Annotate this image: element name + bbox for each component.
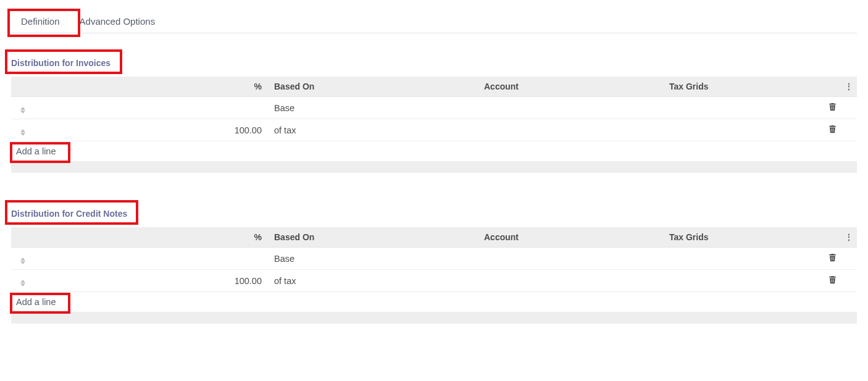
drag-handle-icon[interactable]: [16, 280, 30, 287]
table-row[interactable]: 100.00 of tax: [11, 119, 857, 141]
col-trash: [821, 77, 843, 97]
table-header: % Based On Account Tax Grids ⋮: [11, 227, 857, 248]
cell-tax-grids[interactable]: [664, 270, 821, 292]
table-row[interactable]: 100.00 of tax: [11, 270, 857, 292]
section-distribution-invoices: Distribution for Invoices % Based On Acc…: [11, 58, 857, 173]
cell-based-on[interactable]: Base: [269, 248, 479, 270]
cell-tax-grids[interactable]: [664, 248, 821, 270]
col-tax-grids[interactable]: Tax Grids: [664, 77, 821, 97]
trash-icon: [828, 125, 837, 133]
cell-percent[interactable]: [35, 248, 269, 270]
cell-percent[interactable]: [35, 97, 269, 119]
col-trash: [821, 227, 843, 248]
cell-account[interactable]: [479, 119, 664, 141]
cell-based-on[interactable]: of tax: [269, 119, 479, 141]
trash-icon: [828, 253, 837, 262]
delete-row-button[interactable]: [821, 270, 843, 292]
drag-handle-icon[interactable]: [16, 257, 30, 264]
cell-account[interactable]: [479, 270, 664, 292]
table-footer-bar: [11, 312, 857, 324]
table-row[interactable]: Base: [11, 97, 857, 119]
col-percent[interactable]: %: [35, 77, 269, 97]
col-account[interactable]: Account: [479, 77, 664, 97]
delete-row-button[interactable]: [821, 97, 843, 119]
tab-definition[interactable]: Definition: [11, 10, 70, 33]
table-invoices: % Based On Account Tax Grids ⋮ Base: [11, 77, 857, 162]
section-title-invoices: Distribution for Invoices: [11, 58, 111, 68]
table-footer-bar: [11, 162, 857, 173]
section-title-credit-notes-wrap: Distribution for Credit Notes: [11, 209, 127, 219]
cell-account[interactable]: [479, 248, 664, 270]
cell-based-on[interactable]: of tax: [269, 270, 479, 292]
add-line-row: Add a line: [11, 141, 857, 162]
cell-account[interactable]: [479, 97, 664, 119]
col-based-on[interactable]: Based On: [269, 227, 479, 248]
delete-row-button[interactable]: [821, 248, 843, 270]
add-line-label: Add a line: [16, 297, 56, 307]
tabs-bar: Definition Advanced Options: [11, 10, 857, 33]
drag-handle-icon[interactable]: [16, 129, 30, 136]
cell-tax-grids[interactable]: [664, 119, 821, 141]
col-menu[interactable]: ⋮: [843, 227, 857, 248]
section-distribution-credit-notes: Distribution for Credit Notes % Based On…: [11, 209, 857, 324]
add-line-row: Add a line: [11, 292, 857, 312]
add-line-label: Add a line: [16, 146, 56, 156]
kebab-icon[interactable]: ⋮: [845, 82, 853, 91]
kebab-icon[interactable]: ⋮: [845, 232, 853, 242]
cell-percent[interactable]: 100.00: [35, 270, 269, 292]
col-tax-grids[interactable]: Tax Grids: [664, 227, 821, 248]
cell-percent[interactable]: 100.00: [35, 119, 269, 141]
cell-based-on[interactable]: Base: [269, 97, 479, 119]
col-handle: [11, 77, 35, 97]
add-line-button[interactable]: Add a line: [16, 297, 56, 307]
col-handle: [11, 227, 35, 248]
trash-icon: [828, 103, 837, 111]
section-title-invoices-wrap: Distribution for Invoices: [11, 58, 111, 68]
drag-handle-icon[interactable]: [16, 107, 30, 114]
col-account[interactable]: Account: [479, 227, 664, 248]
table-row[interactable]: Base: [11, 248, 857, 270]
cell-tax-grids[interactable]: [664, 97, 821, 119]
col-based-on[interactable]: Based On: [269, 77, 479, 97]
table-header: % Based On Account Tax Grids ⋮: [11, 77, 857, 97]
add-line-button[interactable]: Add a line: [16, 146, 56, 156]
trash-icon: [828, 275, 837, 284]
table-credit-notes: % Based On Account Tax Grids ⋮ Base: [11, 227, 857, 312]
col-menu[interactable]: ⋮: [843, 77, 857, 97]
delete-row-button[interactable]: [821, 119, 843, 141]
tab-advanced-options[interactable]: Advanced Options: [70, 10, 165, 33]
section-title-credit-notes: Distribution for Credit Notes: [11, 209, 127, 219]
col-percent[interactable]: %: [35, 227, 269, 248]
